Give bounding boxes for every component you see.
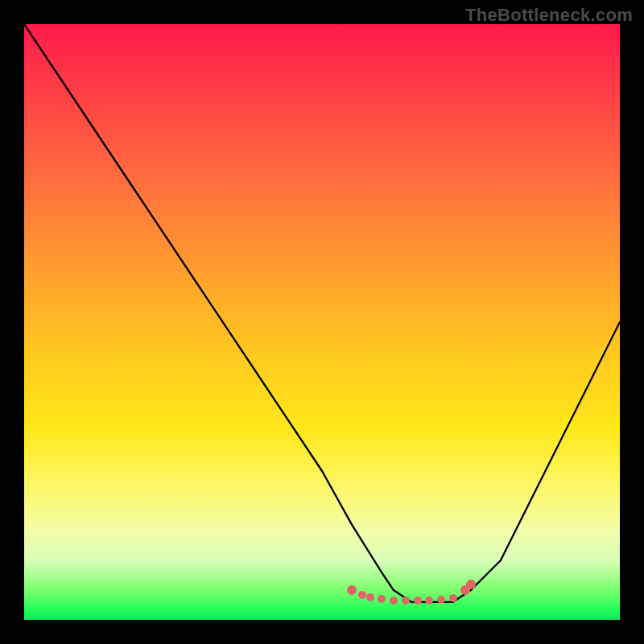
svg-point-9 [449,594,457,602]
watermark-text: TheBottleneck.com [465,5,633,26]
svg-point-8 [437,596,445,604]
svg-point-6 [414,597,422,605]
svg-point-11 [466,580,476,589]
svg-point-2 [366,593,374,601]
trough-dots [347,580,476,605]
svg-point-7 [425,597,433,605]
bottleneck-curve [24,24,620,602]
svg-point-3 [378,595,386,603]
plot-area [24,24,620,620]
svg-point-0 [347,585,357,595]
svg-point-4 [390,597,398,605]
svg-point-10 [460,585,470,595]
svg-point-5 [402,597,410,605]
svg-point-1 [358,591,366,599]
chart-frame: TheBottleneck.com [0,0,644,644]
chart-svg [24,24,620,620]
